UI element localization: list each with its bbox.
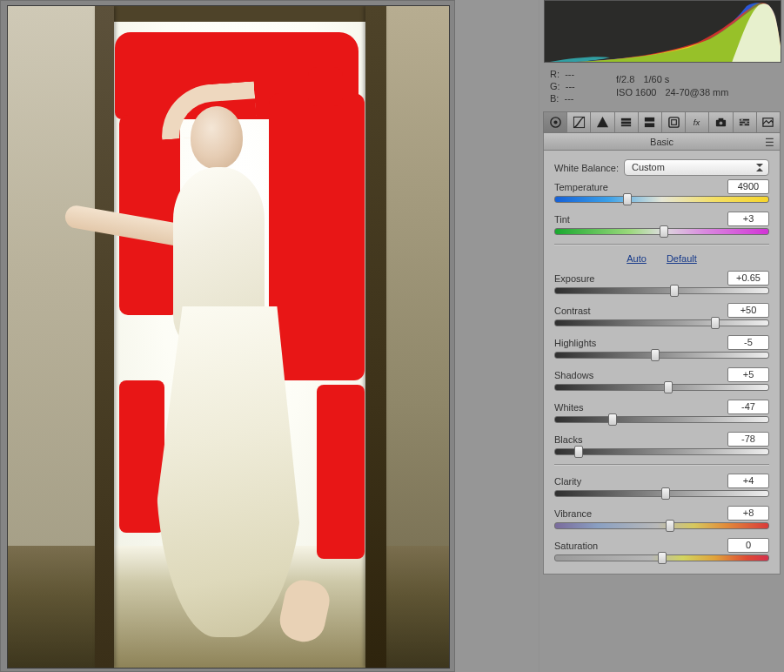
blacks-value[interactable]: -78 xyxy=(727,432,769,447)
clarity-value[interactable]: +4 xyxy=(727,474,769,488)
vibrance-row: Vibrance +8 xyxy=(554,506,769,529)
temperature-value[interactable]: 4900 xyxy=(727,179,769,194)
white-balance-label: White Balance: xyxy=(554,163,619,173)
svg-point-17 xyxy=(741,118,743,120)
tab-snapshots[interactable] xyxy=(757,112,780,132)
contrast-thumb[interactable] xyxy=(711,317,720,329)
tab-tone-curve[interactable] xyxy=(567,112,591,132)
svg-rect-4 xyxy=(621,122,631,124)
svg-rect-3 xyxy=(621,118,631,121)
r-label: R: xyxy=(550,69,560,79)
tab-effects[interactable]: fx xyxy=(686,112,709,132)
clarity-label: Clarity xyxy=(554,476,581,487)
default-link[interactable]: Default xyxy=(667,253,697,264)
clarity-thumb[interactable] xyxy=(661,487,670,500)
clarity-row: Clarity +4 xyxy=(554,474,769,497)
tint-slider[interactable] xyxy=(554,228,769,235)
svg-rect-15 xyxy=(740,122,749,124)
b-label: B: xyxy=(550,93,559,104)
blacks-slider[interactable] xyxy=(554,448,769,455)
svg-rect-5 xyxy=(621,124,631,126)
photo-door-top xyxy=(95,6,386,22)
aperture-value: f/2.8 xyxy=(616,73,634,86)
tab-camera-calibration[interactable] xyxy=(709,112,733,132)
svg-rect-9 xyxy=(671,120,676,125)
shadows-label: Shadows xyxy=(554,370,593,380)
highlights-value[interactable]: -5 xyxy=(727,335,769,350)
divider xyxy=(554,464,769,465)
svg-rect-7 xyxy=(645,123,654,127)
r-value: --- xyxy=(565,69,574,79)
contrast-value[interactable]: +50 xyxy=(727,303,769,318)
whites-thumb[interactable] xyxy=(608,413,617,426)
tab-split-toning[interactable] xyxy=(639,112,662,132)
tint-row: Tint +3 xyxy=(554,212,769,235)
svg-rect-12 xyxy=(719,118,724,121)
highlights-slider[interactable] xyxy=(554,352,769,359)
tab-lens-corrections[interactable] xyxy=(662,112,686,132)
histogram[interactable] xyxy=(544,0,781,63)
exif-readout: f/2.81/60 s ISO 160024-70@38 mm xyxy=(616,73,777,99)
iso-value: ISO 1600 xyxy=(616,86,656,99)
blacks-thumb[interactable] xyxy=(574,446,583,458)
blacks-row: Blacks -78 xyxy=(554,432,769,455)
tint-label: Tint xyxy=(554,214,570,225)
vibrance-slider[interactable] xyxy=(554,522,769,529)
panel-title-bar: Basic ☰ xyxy=(543,133,781,151)
svg-point-18 xyxy=(745,121,747,123)
divider xyxy=(554,244,769,245)
auto-link[interactable]: Auto xyxy=(627,253,647,264)
tint-value[interactable]: +3 xyxy=(727,212,769,226)
white-balance-value: Custom xyxy=(632,162,665,172)
basic-panel-body: White Balance: Custom Temperature 4900 T… xyxy=(543,151,781,575)
shutter-value: 1/60 s xyxy=(643,73,669,86)
exposure-thumb[interactable] xyxy=(670,285,679,297)
temperature-thumb[interactable] xyxy=(623,193,632,205)
photo-subject xyxy=(108,97,334,642)
rgb-readout: R: --- G: --- B: --- xyxy=(550,68,616,104)
shadows-thumb[interactable] xyxy=(664,381,673,393)
tab-basic[interactable] xyxy=(544,112,567,132)
vibrance-thumb[interactable] xyxy=(666,520,674,532)
svg-rect-6 xyxy=(645,118,654,122)
tab-detail[interactable] xyxy=(591,112,614,132)
g-value: --- xyxy=(566,81,575,91)
saturation-row: Saturation 0 xyxy=(554,538,769,561)
tab-hsl[interactable] xyxy=(615,112,639,132)
shadows-slider[interactable] xyxy=(554,384,769,391)
tint-thumb[interactable] xyxy=(660,225,668,238)
panel-tab-strip: fx xyxy=(543,111,781,133)
whites-slider[interactable] xyxy=(554,416,769,423)
highlights-row: Highlights -5 xyxy=(554,335,769,359)
highlights-thumb[interactable] xyxy=(651,349,660,361)
svg-text:fx: fx xyxy=(694,118,700,127)
whites-row: Whites -47 xyxy=(554,400,769,423)
saturation-thumb[interactable] xyxy=(658,552,667,564)
exposure-slider[interactable] xyxy=(554,287,769,294)
develop-panel: R: --- G: --- B: --- f/2.81/60 s ISO 160… xyxy=(539,0,784,672)
white-balance-row: White Balance: Custom xyxy=(554,159,769,176)
exposure-value[interactable]: +0.65 xyxy=(727,271,769,286)
whites-label: Whites xyxy=(554,402,584,413)
svg-point-19 xyxy=(743,124,745,125)
shadows-value[interactable]: +5 xyxy=(727,367,769,382)
contrast-slider[interactable] xyxy=(554,319,769,326)
svg-rect-8 xyxy=(668,118,678,127)
clarity-slider[interactable] xyxy=(554,490,769,497)
panel-menu-icon[interactable]: ☰ xyxy=(765,137,774,149)
whites-value[interactable]: -47 xyxy=(727,400,769,414)
svg-point-13 xyxy=(720,122,723,125)
auto-default-links: Auto Default xyxy=(554,253,769,264)
saturation-label: Saturation xyxy=(554,541,598,551)
temperature-slider[interactable] xyxy=(554,196,769,203)
tab-presets[interactable] xyxy=(734,112,757,132)
photo-door-right xyxy=(365,6,386,668)
g-label: G: xyxy=(550,81,560,91)
blacks-label: Blacks xyxy=(554,434,582,445)
image-preview[interactable] xyxy=(7,5,450,669)
vibrance-value[interactable]: +8 xyxy=(727,506,769,521)
saturation-value[interactable]: 0 xyxy=(727,538,769,553)
image-preview-frame xyxy=(0,0,455,672)
white-balance-select[interactable]: Custom xyxy=(624,159,769,176)
saturation-slider[interactable] xyxy=(554,554,769,561)
